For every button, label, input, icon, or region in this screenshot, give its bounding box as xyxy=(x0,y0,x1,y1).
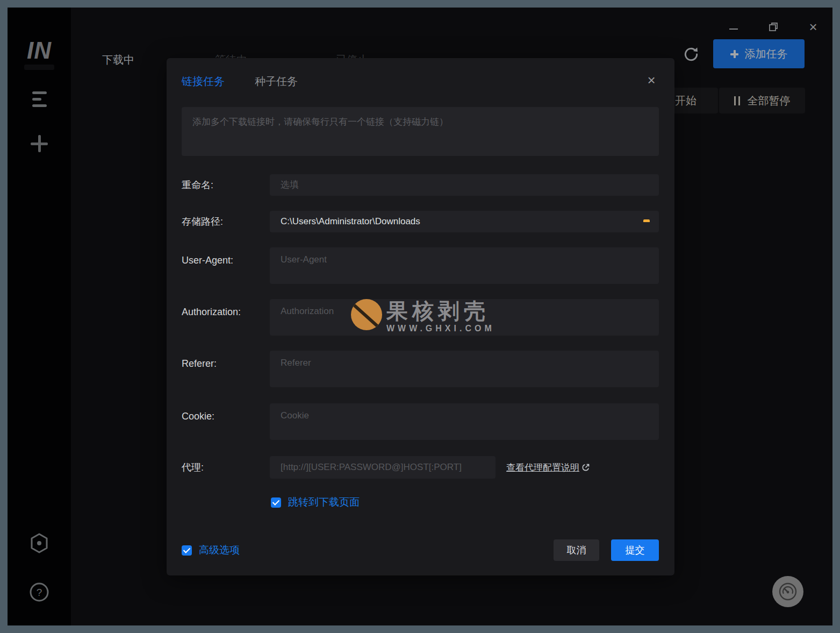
advanced-options-checkbox-row[interactable]: 高级选项 xyxy=(182,543,240,557)
user-agent-input[interactable] xyxy=(270,247,659,284)
jump-to-download-checkbox-row[interactable]: 跳转到下载页面 xyxy=(271,495,659,509)
jump-checkbox[interactable] xyxy=(271,497,281,508)
proxy-label: 代理: xyxy=(182,461,270,474)
tab-link-task[interactable]: 链接任务 xyxy=(182,74,225,89)
rename-input[interactable] xyxy=(270,174,659,196)
authorization-input[interactable] xyxy=(270,299,659,336)
jump-checkbox-label: 跳转到下载页面 xyxy=(288,495,360,509)
referer-label: Referer: xyxy=(182,351,270,369)
user-agent-label: User-Agent: xyxy=(182,247,270,266)
proxy-input[interactable] xyxy=(270,456,496,479)
external-link-icon xyxy=(581,463,590,472)
browse-folder-button[interactable] xyxy=(635,215,651,229)
add-task-dialog: 链接任务 种子任务 × 重命名: 存储路径: User-Agent: xyxy=(167,58,674,575)
tab-torrent-task[interactable]: 种子任务 xyxy=(255,74,298,89)
advanced-checkbox[interactable] xyxy=(182,545,192,556)
proxy-doc-link[interactable]: 查看代理配置说明 xyxy=(506,461,590,474)
submit-button[interactable]: 提交 xyxy=(611,539,659,561)
authorization-label: Authorization: xyxy=(182,299,270,318)
path-input[interactable] xyxy=(270,211,659,232)
advanced-checkbox-label: 高级选项 xyxy=(199,543,240,557)
referer-input[interactable] xyxy=(270,351,659,387)
app-window: IN ? xyxy=(8,8,832,625)
close-dialog-icon[interactable]: × xyxy=(644,73,658,87)
cookie-label: Cookie: xyxy=(182,403,270,422)
download-links-input[interactable] xyxy=(182,107,659,156)
cancel-button[interactable]: 取消 xyxy=(554,539,599,561)
dialog-tabs: 链接任务 种子任务 xyxy=(182,74,659,89)
rename-label: 重命名: xyxy=(182,179,270,191)
cookie-input[interactable] xyxy=(270,403,659,440)
path-label: 存储路径: xyxy=(182,215,270,228)
